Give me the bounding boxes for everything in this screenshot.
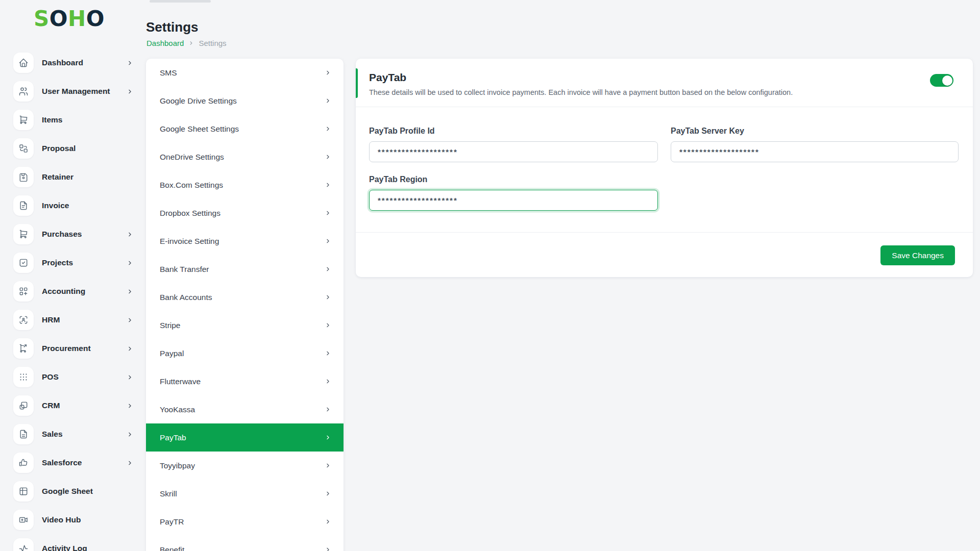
sidebar-item-video-hub[interactable]: Video Hub xyxy=(0,506,144,534)
settings-nav-item-box-com-settings[interactable]: Box.Com Settings xyxy=(146,171,344,199)
save-changes-button[interactable]: Save Changes xyxy=(880,245,955,265)
grid-dots-icon xyxy=(13,367,34,387)
overlap-squares-icon xyxy=(13,395,34,416)
settings-nav-item-label: OneDrive Settings xyxy=(160,153,325,162)
settings-nav-item-label: PayTR xyxy=(160,517,325,527)
settings-nav-item-label: Dropbox Settings xyxy=(160,209,325,218)
sidebar-item-sales[interactable]: Sales xyxy=(0,420,144,448)
settings-nav-item-flutterwave[interactable]: Flutterwave xyxy=(146,367,344,395)
grid-add-icon xyxy=(13,281,34,302)
sidebar-item-label: Invoice xyxy=(42,201,127,210)
breadcrumb-dashboard-link[interactable]: Dashboard xyxy=(146,39,184,47)
file-invoice-icon xyxy=(13,195,34,216)
paytab-enable-toggle[interactable] xyxy=(930,74,953,87)
chevron-right-icon xyxy=(325,294,331,300)
settings-nav-item-onedrive-settings[interactable]: OneDrive Settings xyxy=(146,143,344,171)
settings-nav-item-yookassa[interactable]: YooKassa xyxy=(146,395,344,423)
sidebar-item-dashboard[interactable]: Dashboard xyxy=(0,48,144,77)
sidebar-item-items[interactable]: Items xyxy=(0,106,144,134)
panel-footer: Save Changes xyxy=(880,245,955,265)
app-logo[interactable]: SOHO xyxy=(34,6,105,31)
sidebar-item-user-management[interactable]: User Management xyxy=(0,77,144,106)
chevron-right-icon xyxy=(127,431,133,438)
paytab-form: PayTab Profile Id PayTab Server Key PayT… xyxy=(369,127,958,211)
accent-bar xyxy=(356,68,358,98)
chevron-right-icon xyxy=(325,238,331,244)
scrollbar-thumb[interactable] xyxy=(150,0,211,3)
sidebar-item-purchases[interactable]: Purchases xyxy=(0,220,144,248)
users-icon xyxy=(13,81,34,102)
logo-letter: O xyxy=(50,6,68,31)
sidebar-item-accounting[interactable]: Accounting xyxy=(0,277,144,306)
sidebar-item-label: Dashboard xyxy=(42,58,127,67)
chevron-right-icon xyxy=(325,518,331,525)
sidebar-item-label: Video Hub xyxy=(42,515,127,524)
breadcrumb-current: Settings xyxy=(199,39,226,47)
sidebar-item-pos[interactable]: POS xyxy=(0,363,144,391)
settings-nav-item-label: Benefit xyxy=(160,545,325,551)
settings-nav-list: SMS Google Drive Settings Google Sheet S… xyxy=(146,59,344,551)
settings-nav-item-google-sheet-settings[interactable]: Google Sheet Settings xyxy=(146,115,344,143)
paytab-region-input[interactable] xyxy=(369,190,658,211)
sidebar-item-salesforce[interactable]: Salesforce xyxy=(0,448,144,477)
sidebar-item-label: Retainer xyxy=(42,172,127,182)
chevron-right-icon xyxy=(325,210,331,216)
sidebar-item-activity-log[interactable]: Activity Log xyxy=(0,534,144,551)
settings-nav-item-label: Box.Com Settings xyxy=(160,181,325,190)
chevron-right-icon xyxy=(325,97,331,104)
settings-nav-item-benefit[interactable]: Benefit xyxy=(146,536,344,551)
paytab-server-key-input[interactable] xyxy=(671,141,959,162)
sidebar-item-label: Procurement xyxy=(42,344,127,353)
chevron-right-icon xyxy=(127,345,133,352)
panel-body: PayTab Profile Id PayTab Server Key PayT… xyxy=(356,107,973,211)
field-label: PayTab Profile Id xyxy=(369,127,658,136)
settings-nav-item-google-drive-settings[interactable]: Google Drive Settings xyxy=(146,87,344,115)
settings-nav-item-e-invoice-setting[interactable]: E-invoice Setting xyxy=(146,227,344,255)
sidebar-item-projects[interactable]: Projects xyxy=(0,248,144,277)
logo-letter: H xyxy=(68,6,86,31)
chevron-right-icon xyxy=(325,406,331,413)
field-paytab-profile-id: PayTab Profile Id xyxy=(369,127,658,162)
settings-nav-item-paytab[interactable]: PayTab xyxy=(146,423,344,452)
settings-nav-item-label: Google Sheet Settings xyxy=(160,124,325,134)
panel-description: These details will be used to collect in… xyxy=(369,88,958,96)
chevron-right-icon xyxy=(127,60,133,66)
page-title: Settings xyxy=(146,19,199,35)
settings-nav-item-sms[interactable]: SMS xyxy=(146,59,344,87)
chevron-right-icon xyxy=(127,288,133,295)
sidebar-item-label: Items xyxy=(42,115,127,124)
settings-nav-item-toyyibpay[interactable]: Toyyibpay xyxy=(146,452,344,480)
settings-nav-item-label: Stripe xyxy=(160,321,325,330)
settings-nav-item-stripe[interactable]: Stripe xyxy=(146,311,344,339)
settings-nav-item-label: Paypal xyxy=(160,349,325,358)
settings-nav-item-paytr[interactable]: PayTR xyxy=(146,508,344,536)
sidebar-item-google-sheet[interactable]: Google Sheet xyxy=(0,477,144,506)
sidebar-item-procurement[interactable]: Procurement xyxy=(0,334,144,363)
video-icon xyxy=(13,510,34,530)
settings-nav-item-paypal[interactable]: Paypal xyxy=(146,339,344,367)
sidebar-item-label: User Management xyxy=(42,87,127,96)
paytab-panel: PayTab These details will be used to col… xyxy=(356,59,973,277)
sidebar-item-proposal[interactable]: Proposal xyxy=(0,134,144,163)
paytab-profile-id-input[interactable] xyxy=(369,141,658,162)
chevron-right-icon xyxy=(325,546,331,551)
field-label: PayTab Region xyxy=(369,175,658,184)
settings-nav-item-label: Flutterwave xyxy=(160,377,325,386)
floppy-icon xyxy=(13,167,34,187)
settings-nav-item-bank-transfer[interactable]: Bank Transfer xyxy=(146,255,344,283)
sidebar-item-hrm[interactable]: HRM xyxy=(0,306,144,334)
sidebar-item-retainer[interactable]: Retainer xyxy=(0,163,144,191)
chevron-right-icon xyxy=(127,374,133,381)
sidebar-item-crm[interactable]: CRM xyxy=(0,391,144,420)
thumb-up-icon xyxy=(13,453,34,473)
toggle-knob xyxy=(942,76,952,86)
panel-title: PayTab xyxy=(369,71,958,84)
chevron-right-icon xyxy=(325,322,331,329)
field-paytab-region: PayTab Region xyxy=(369,175,658,211)
settings-nav-item-bank-accounts[interactable]: Bank Accounts xyxy=(146,283,344,311)
settings-nav-item-dropbox-settings[interactable]: Dropbox Settings xyxy=(146,199,344,227)
sidebar-item-invoice[interactable]: Invoice xyxy=(0,191,144,220)
settings-nav-item-skrill[interactable]: Skrill xyxy=(146,480,344,508)
sidebar-item-label: CRM xyxy=(42,401,127,410)
breadcrumb: Dashboard Settings xyxy=(146,39,227,47)
